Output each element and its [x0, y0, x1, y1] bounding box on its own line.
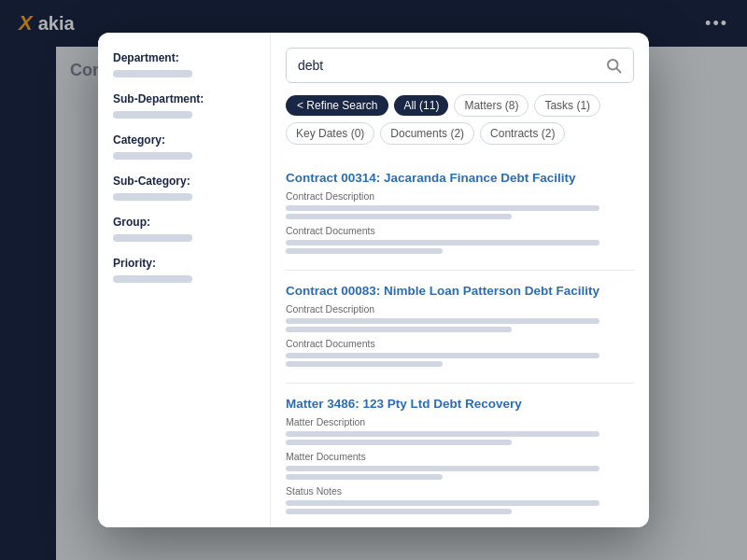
result-item: Contract 00314: Jacaranda Finance Debt F…	[286, 158, 634, 271]
result-doc-line-2	[286, 474, 443, 480]
search-input[interactable]	[287, 49, 594, 81]
result-section-label-2: Matter Documents	[286, 451, 634, 462]
tab-documents[interactable]: Documents (2)	[380, 122, 474, 145]
group-value-bar	[113, 234, 192, 242]
result-desc-line-2	[286, 440, 512, 445]
result-doc-line-2	[286, 248, 443, 254]
result-title[interactable]: Contract 00314: Jacaranda Finance Debt F…	[286, 171, 634, 185]
sub-department-label: Sub-Department:	[113, 92, 255, 105]
svg-line-1	[616, 68, 620, 72]
search-modal: Department: Sub-Department: Category: Su…	[98, 33, 649, 527]
sub-category-label: Sub-Category:	[113, 175, 255, 188]
sub-category-value-bar	[113, 193, 192, 201]
tab-tasks[interactable]: Tasks (1)	[534, 94, 600, 117]
result-desc-line-2	[286, 327, 512, 332]
group-label: Group:	[113, 216, 255, 229]
result-doc-line-1	[286, 466, 599, 471]
department-filter: Department:	[113, 51, 255, 77]
result-section-label: Contract Description	[286, 190, 634, 202]
result-section-label: Contract Description	[286, 303, 634, 315]
priority-value-bar	[113, 275, 192, 283]
department-value-bar	[113, 70, 192, 77]
group-filter: Group:	[113, 216, 255, 242]
tab-key-dates[interactable]: Key Dates (0)	[286, 122, 374, 145]
category-value-bar	[113, 152, 192, 160]
result-status-line-2	[286, 509, 512, 514]
result-doc-line-2	[286, 361, 443, 367]
priority-filter: Priority:	[113, 257, 255, 283]
result-desc-line-1	[286, 318, 599, 324]
result-section-label: Matter Description	[286, 416, 634, 427]
search-input-wrapper	[286, 48, 634, 83]
search-results-panel: < Refine Search All (11) Matters (8) Tas…	[271, 33, 649, 527]
result-status-line-1	[286, 500, 599, 506]
tab-all[interactable]: All (11)	[394, 95, 448, 116]
result-doc-line-1	[286, 353, 599, 358]
search-icon	[605, 57, 622, 74]
result-item: Contract 00083: Nimble Loan Patterson De…	[286, 271, 634, 384]
sub-department-filter: Sub-Department:	[113, 92, 255, 119]
filter-panel: Department: Sub-Department: Category: Su…	[98, 33, 271, 527]
sub-department-value-bar	[113, 111, 192, 119]
result-desc-line-1	[286, 431, 599, 437]
result-desc-line-1	[286, 205, 599, 211]
result-title[interactable]: Matter 3486: 123 Pty Ltd Debt Recovery	[286, 397, 634, 411]
department-label: Department:	[113, 51, 255, 64]
tab-matters[interactable]: Matters (8)	[454, 94, 529, 117]
result-doc-line-1	[286, 240, 599, 245]
result-section-label-2: Contract Documents	[286, 338, 634, 349]
result-desc-line-2	[286, 214, 512, 219]
tab-refine-search[interactable]: < Refine Search	[286, 95, 388, 116]
priority-label: Priority:	[113, 257, 255, 270]
result-item: Matter 3486: 123 Pty Ltd Debt Recovery M…	[286, 384, 634, 527]
result-section-label-3: Status Notes	[286, 485, 634, 497]
search-button[interactable]	[594, 49, 633, 82]
filter-tabs: < Refine Search All (11) Matters (8) Tas…	[286, 94, 634, 145]
tab-contracts[interactable]: Contracts (2)	[480, 122, 565, 145]
category-filter: Category:	[113, 133, 255, 160]
result-section-label-2: Contract Documents	[286, 225, 634, 236]
sub-category-filter: Sub-Category:	[113, 175, 255, 201]
results-list: Contract 00314: Jacaranda Finance Debt F…	[271, 148, 649, 527]
search-header: < Refine Search All (11) Matters (8) Tas…	[271, 33, 649, 148]
result-title[interactable]: Contract 00083: Nimble Loan Patterson De…	[286, 284, 634, 298]
category-label: Category:	[113, 133, 255, 147]
